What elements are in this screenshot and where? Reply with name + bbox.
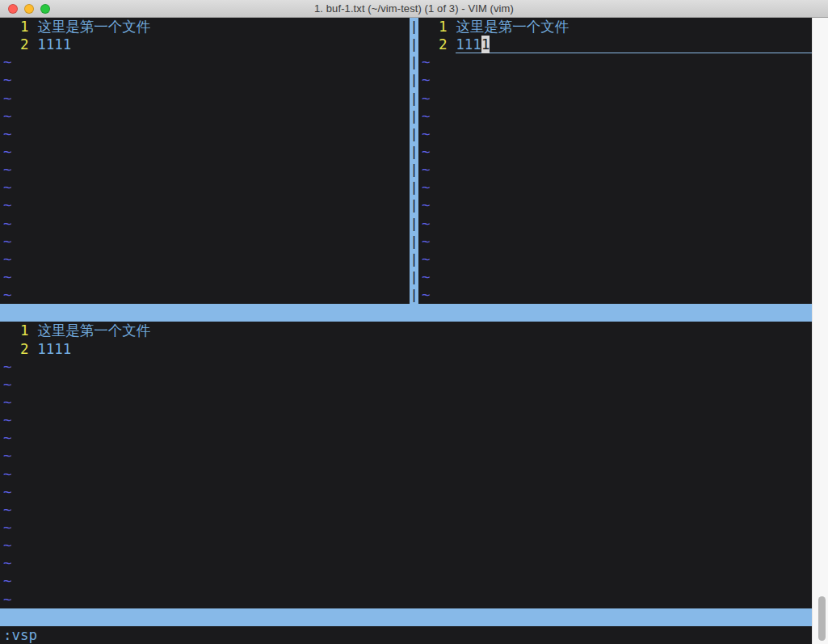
separator-glyph: | [410, 90, 418, 107]
tilde-row: ~ [418, 143, 812, 161]
separator-glyph: | [410, 125, 418, 143]
scrollbar-track[interactable] [812, 18, 828, 644]
tilde-row: ~ [0, 161, 410, 179]
status-bar-bottom: ./buf-1.txt [0, 608, 812, 626]
tilde-row: ~ [0, 591, 812, 608]
command-line[interactable]: :vsp [0, 626, 812, 644]
buffer-line: 2 1111 [0, 340, 812, 358]
line-number: 1 [3, 19, 37, 35]
empty-buffer-lines: ~~~~~~~~~~~~~~ [0, 358, 812, 608]
pane-bottom[interactable]: 1 这里是第一个文件 2 1111 ~~~~~~~~~~~~~~ [0, 322, 812, 608]
empty-buffer-lines: ~~~~~~~~~~~~~~ [0, 53, 410, 304]
tilde-row: ~ [0, 411, 812, 429]
buffer-text: 这里是第一个文件 [456, 19, 569, 35]
separator-glyph: | [410, 53, 418, 71]
tilde-row: ~ [418, 215, 812, 233]
tilde-row: ~ [0, 268, 410, 286]
line-number: 1 [422, 19, 456, 35]
tilde-row: ~ [0, 71, 410, 89]
tilde-row: ~ [418, 286, 812, 304]
tilde-row: ~ [0, 501, 812, 519]
vertical-split-separator[interactable]: |||||||||||||||| [410, 18, 418, 304]
separator-glyph: | [410, 179, 418, 196]
tilde-row: ~ [418, 125, 812, 143]
tilde-row: ~ [0, 537, 812, 554]
line-number: 2 [3, 36, 37, 53]
tilde-row: ~ [0, 125, 410, 143]
traffic-lights [8, 4, 50, 14]
buffer-line: 1 这里是第一个文件 [418, 18, 812, 36]
separator-glyph: | [410, 36, 418, 53]
separator-glyph: | [410, 196, 418, 214]
tilde-row: ~ [418, 71, 812, 89]
close-button[interactable] [8, 4, 18, 14]
tilde-row: ~ [0, 394, 812, 411]
empty-buffer-lines: ~~~~~~~~~~~~~~ [418, 53, 812, 304]
separator-glyph: | [410, 71, 418, 89]
separator-glyph: | [410, 107, 418, 125]
line-number: 1 [3, 322, 37, 339]
scrollbar-thumb[interactable] [818, 596, 826, 641]
tilde-row: ~ [0, 465, 812, 483]
separator-glyph: | [410, 143, 418, 161]
tilde-row: ~ [0, 90, 410, 107]
buffer-line: 2 1111 [0, 36, 410, 53]
separator-glyph: | [410, 250, 418, 268]
separator-glyph: | [410, 18, 418, 36]
tilde-row: ~ [0, 519, 812, 537]
line-number: 2 [3, 341, 37, 357]
tilde-row: ~ [0, 572, 812, 590]
pane-top-right[interactable]: 1 这里是第一个文件 2 1111 ~~~~~~~~~~~~~~ [418, 18, 812, 304]
vim-terminal: 1 这里是第一个文件 2 1111 ~~~~~~~~~~~~~~ |||||||… [0, 18, 812, 644]
text-cursor-block: 1 [481, 36, 490, 53]
tilde-row: ~ [0, 429, 812, 447]
tilde-row: ~ [418, 233, 812, 250]
top-split-region: 1 这里是第一个文件 2 1111 ~~~~~~~~~~~~~~ |||||||… [0, 18, 812, 304]
tilde-row: ~ [418, 250, 812, 268]
tilde-row: ~ [0, 179, 410, 196]
buffer-text: 这里是第一个文件 [37, 19, 150, 35]
separator-glyph: | [410, 286, 418, 304]
separator-glyph: | [410, 161, 418, 179]
tilde-row: ~ [0, 215, 410, 233]
tilde-row: ~ [0, 554, 812, 572]
minimize-button[interactable] [24, 4, 34, 14]
tilde-row: ~ [0, 53, 410, 71]
buffer-text: 1111 [37, 341, 71, 357]
tilde-row: ~ [0, 196, 410, 214]
titlebar[interactable]: 1. buf-1.txt (~/vim-test) (1 of 3) - VIM… [0, 0, 828, 18]
separator-glyph: | [410, 268, 418, 286]
vim-app-window: 1. buf-1.txt (~/vim-test) (1 of 3) - VIM… [0, 0, 828, 644]
tilde-row: ~ [418, 268, 812, 286]
tilde-row: ~ [0, 358, 812, 376]
tilde-row: ~ [0, 250, 410, 268]
status-bar-top: ./buf-1.txt ./buf-1.txt [0, 304, 812, 322]
tilde-row: ~ [0, 143, 410, 161]
tilde-row: ~ [418, 53, 812, 71]
separator-glyph: | [410, 215, 418, 233]
tilde-row: ~ [418, 161, 812, 179]
tilde-row: ~ [0, 107, 410, 125]
tilde-row: ~ [418, 107, 812, 125]
tilde-row: ~ [0, 286, 410, 304]
tilde-row: ~ [418, 90, 812, 107]
cursorline-underline: 1111 [456, 36, 812, 53]
buffer-text: 这里是第一个文件 [37, 322, 150, 339]
tilde-row: ~ [0, 233, 410, 250]
buffer-line: 1 这里是第一个文件 [0, 18, 410, 36]
tilde-row: ~ [0, 483, 812, 501]
zoom-button[interactable] [40, 4, 50, 14]
tilde-row: ~ [0, 447, 812, 465]
tilde-row: ~ [0, 376, 812, 394]
buffer-line: 1 这里是第一个文件 [0, 322, 812, 339]
line-number: 2 [422, 36, 456, 53]
buffer-text: 111 [456, 36, 481, 53]
window-title: 1. buf-1.txt (~/vim-test) (1 of 3) - VIM… [314, 2, 514, 15]
tilde-row: ~ [418, 179, 812, 196]
cursor-line: 2 1111 [418, 36, 812, 53]
separator-glyph: | [410, 233, 418, 250]
tilde-row: ~ [418, 196, 812, 214]
pane-top-left[interactable]: 1 这里是第一个文件 2 1111 ~~~~~~~~~~~~~~ [0, 18, 410, 304]
buffer-text: 1111 [37, 36, 71, 53]
